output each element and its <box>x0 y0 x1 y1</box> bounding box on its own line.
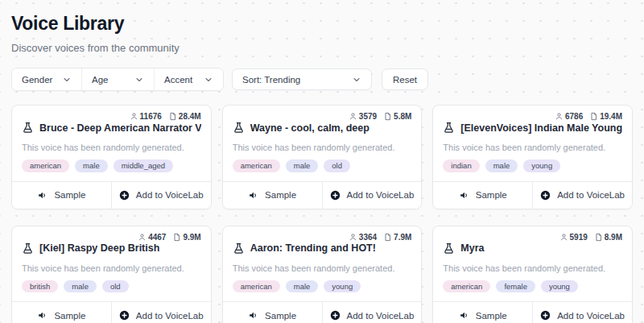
sample-button[interactable]: Sample <box>433 182 533 209</box>
usage-count: 8.9M <box>605 233 622 242</box>
voice-card: 5919 8.9M Myra This voice has been rando… <box>432 226 633 323</box>
document-icon <box>383 112 392 121</box>
voice-card: 3364 7.9M Aaron: Trending and HOT! This … <box>222 226 423 323</box>
voice-card: 4467 9.9M [Kiel] Raspy Deep British This… <box>11 226 212 323</box>
age-filter[interactable]: Age <box>81 68 154 90</box>
reset-filters-button[interactable]: Reset <box>382 68 428 90</box>
add-to-voicelab-button[interactable]: Add to VoiceLab <box>112 182 211 209</box>
filter-select-group: Gender Age Accent <box>11 68 224 91</box>
sample-button-label: Sample <box>476 311 507 321</box>
tag-list: indianmaleyoung <box>443 159 622 172</box>
add-to-voicelab-button[interactable]: Add to VoiceLab <box>323 182 422 209</box>
tag-list: americanmalemiddle_aged <box>22 159 201 172</box>
voice-name: Myra <box>460 242 484 254</box>
voice-card-body: 6786 19.4M [ElevenVoices] Indian Male Yo… <box>433 106 632 181</box>
add-button-label: Add to VoiceLab <box>347 311 415 321</box>
voice-tag: british <box>22 280 58 293</box>
page-subtitle: Discover voices from the community <box>11 42 633 54</box>
voice-tag: male <box>286 159 319 172</box>
user-icon <box>349 112 357 121</box>
voice-card-body: 11676 28.4M Bruce - Deep American Narrat… <box>12 106 211 181</box>
flask-icon <box>443 242 455 255</box>
voice-name-row: Aaron: Trending and HOT! <box>233 242 412 255</box>
add-to-voicelab-button[interactable]: Add to VoiceLab <box>112 302 211 323</box>
voice-tag: american <box>22 159 69 172</box>
add-button-label: Add to VoiceLab <box>557 311 625 321</box>
gender-filter[interactable]: Gender <box>12 68 81 90</box>
sample-button[interactable]: Sample <box>433 302 533 323</box>
flask-icon <box>233 242 245 255</box>
voice-stats: 4467 9.9M <box>22 233 201 242</box>
voice-name-row: [Kiel] Raspy Deep British <box>22 242 201 255</box>
voice-tag: male <box>485 159 518 172</box>
plus-circle-icon <box>330 310 341 321</box>
usage-stat: 8.9M <box>594 233 622 242</box>
accent-filter[interactable]: Accent <box>154 68 223 90</box>
sample-button-label: Sample <box>265 190 296 200</box>
voice-stats: 6786 19.4M <box>443 112 622 121</box>
speaker-icon <box>459 310 469 321</box>
voice-description: This voice has been randomly generated. <box>233 263 412 273</box>
user-icon <box>559 233 568 242</box>
plus-circle-icon <box>540 190 551 201</box>
usage-stat: 19.4M <box>589 112 622 121</box>
document-icon <box>383 233 392 242</box>
voice-name-row: [ElevenVoices] Indian Male Young <box>443 122 622 134</box>
voice-tag: american <box>233 280 280 293</box>
sample-button[interactable]: Sample <box>12 302 112 323</box>
users-count: 11676 <box>140 112 162 121</box>
voice-description: This voice has been randomly generated. <box>443 143 622 152</box>
add-to-voicelab-button[interactable]: Add to VoiceLab <box>533 302 632 323</box>
add-button-label: Add to VoiceLab <box>557 190 625 200</box>
sample-button[interactable]: Sample <box>223 182 323 209</box>
user-icon <box>555 112 564 121</box>
plus-circle-icon <box>119 310 130 321</box>
voice-card: 6786 19.4M [ElevenVoices] Indian Male Yo… <box>432 105 633 209</box>
users-count: 5919 <box>570 233 588 242</box>
voice-tag: young <box>523 159 560 172</box>
users-count: 4467 <box>148 233 166 242</box>
sample-button[interactable]: Sample <box>12 182 112 209</box>
accent-filter-label: Accent <box>164 75 192 85</box>
chevron-down-icon <box>134 75 144 85</box>
voice-card-body: 5919 8.9M Myra This voice has been rando… <box>433 226 632 302</box>
voice-tag: male <box>286 280 319 293</box>
add-button-label: Add to VoiceLab <box>347 190 415 200</box>
speaker-icon <box>37 310 47 321</box>
users-stat: 3364 <box>349 233 377 242</box>
voice-tag: old <box>324 159 350 172</box>
tag-list: americanmaleold <box>233 159 412 172</box>
gender-filter-label: Gender <box>22 75 52 85</box>
users-stat: 3579 <box>349 112 377 121</box>
add-to-voicelab-button[interactable]: Add to VoiceLab <box>533 182 632 209</box>
age-filter-label: Age <box>92 75 108 85</box>
tag-list: americanmaleyoung <box>233 280 412 293</box>
voice-card-footer: Sample Add to VoiceLab <box>223 181 422 209</box>
usage-stat: 9.9M <box>172 233 200 242</box>
chevron-down-icon <box>62 75 72 85</box>
users-count: 3579 <box>359 112 377 121</box>
voice-card: 11676 28.4M Bruce - Deep American Narrat… <box>11 105 212 209</box>
sort-filter[interactable]: Sort: Trending <box>232 68 372 90</box>
voice-tag: american <box>233 159 280 172</box>
chevron-down-icon <box>352 75 361 85</box>
voice-name-row: Myra <box>443 242 622 255</box>
voice-tag: male <box>64 280 97 293</box>
voice-card-footer: Sample Add to VoiceLab <box>12 301 211 323</box>
speaker-icon <box>459 190 469 201</box>
voice-grid: 11676 28.4M Bruce - Deep American Narrat… <box>11 105 633 323</box>
voice-tag: indian <box>443 159 479 172</box>
add-to-voicelab-button[interactable]: Add to VoiceLab <box>323 302 422 323</box>
voice-description: This voice has been randomly generated. <box>22 263 201 273</box>
voice-description: This voice has been randomly generated. <box>443 263 622 273</box>
sample-button[interactable]: Sample <box>223 302 323 323</box>
flask-icon <box>22 242 34 255</box>
voice-library-page: Voice Library Discover voices from the c… <box>0 0 644 323</box>
users-count: 3364 <box>359 233 377 242</box>
user-icon <box>138 233 147 242</box>
voice-tag: middle_aged <box>114 159 173 172</box>
filter-bar: Gender Age Accent Sort: Trending Reset <box>11 68 633 91</box>
voice-tag: american <box>443 280 490 293</box>
sample-button-label: Sample <box>265 311 296 321</box>
usage-count: 5.8M <box>394 112 411 121</box>
